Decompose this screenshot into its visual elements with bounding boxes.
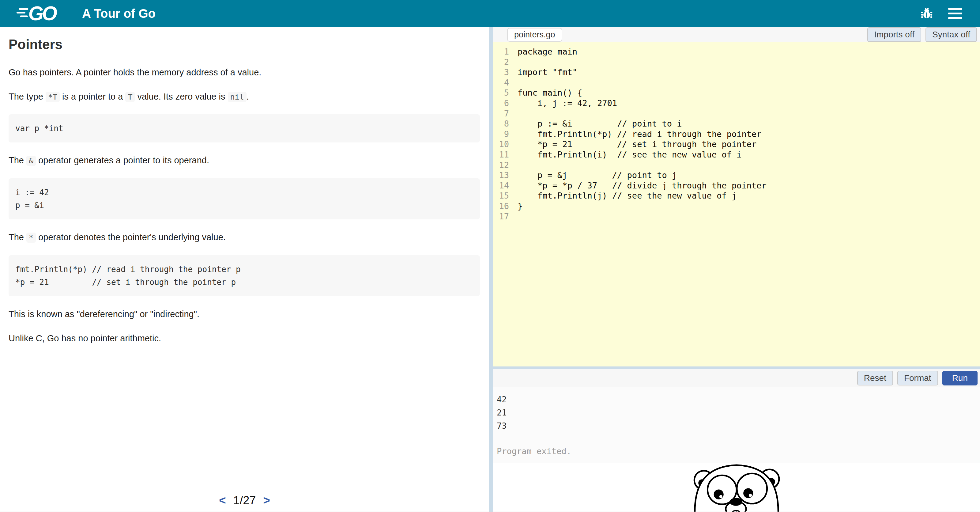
- text-fragment: is a pointer to a: [60, 92, 125, 101]
- text-fragment: operator denotes the pointer's underlyin…: [36, 232, 226, 242]
- code-snippet: var p *int: [9, 114, 480, 142]
- text-fragment: The: [9, 155, 26, 165]
- main-split: Pointers Go has pointers. A pointer hold…: [0, 27, 980, 512]
- stdout-text: 42 21 73: [497, 393, 980, 432]
- mascot-area: [493, 463, 980, 512]
- lesson-paragraph: Go has pointers. A pointer holds the mem…: [9, 66, 480, 79]
- viewport-bottom-border: [0, 511, 980, 511]
- top-bar-actions: [921, 7, 962, 20]
- program-status: Program exited.: [497, 447, 980, 456]
- inline-code: T: [125, 92, 135, 102]
- code-snippet: i := 42 p = &i: [9, 178, 480, 219]
- hamburger-menu-icon[interactable]: [948, 8, 962, 19]
- syntax-toggle-button[interactable]: Syntax off: [926, 27, 977, 42]
- text-fragment: operator generates a pointer to its oper…: [36, 155, 209, 165]
- lesson-pager: < 1/27 >: [0, 494, 489, 507]
- inline-code: nil: [228, 92, 247, 102]
- text-fragment: The: [9, 232, 26, 242]
- gopher-mascot-icon: [689, 463, 784, 512]
- text-fragment: The type: [9, 92, 46, 101]
- reset-button[interactable]: Reset: [857, 371, 893, 386]
- prev-page-button[interactable]: <: [219, 494, 226, 507]
- editor-output-divider: [493, 367, 980, 369]
- lesson-paragraph: The * operator denotes the pointer's und…: [9, 231, 480, 244]
- lesson-paragraph: The & operator generates a pointer to it…: [9, 154, 480, 167]
- imports-toggle-button[interactable]: Imports off: [867, 27, 921, 42]
- editor-toggles: Imports off Syntax off: [867, 27, 977, 42]
- lesson-paragraph: Unlike C, Go has no pointer arithmetic.: [9, 332, 480, 345]
- editor-code[interactable]: package main import "fmt" func main() { …: [513, 46, 980, 367]
- playground-panel: pointers.go Imports off Syntax off 1 2 3…: [493, 27, 980, 512]
- next-page-button[interactable]: >: [263, 494, 270, 507]
- go-logo-icon: GO: [16, 4, 68, 23]
- lesson-paragraph: The type *T is a pointer to a T value. I…: [9, 90, 480, 103]
- svg-text:GO: GO: [28, 4, 57, 23]
- code-snippet: fmt.Println(*p) // read i through the po…: [9, 255, 480, 296]
- text-fragment: .: [247, 92, 249, 101]
- panel-resize-divider[interactable]: [489, 27, 493, 512]
- page-title: Pointers: [9, 37, 480, 52]
- inline-code: &: [26, 156, 36, 166]
- bug-icon[interactable]: [921, 7, 933, 20]
- playground-controls: Reset Format Run: [493, 369, 980, 387]
- program-output: 42 21 73 Program exited.: [493, 387, 980, 463]
- editor-tab-row: pointers.go Imports off Syntax off: [493, 27, 980, 42]
- editor-gutter: 1 2 3 4 5 6 7 8 9 10 11 12 13 14 15 16 1…: [493, 46, 513, 367]
- lesson-paragraph: This is known as "dereferencing" or "ind…: [9, 308, 480, 321]
- text-fragment: value. Its zero value is: [135, 92, 228, 101]
- inline-code: *T: [46, 92, 60, 102]
- file-tab-pointers-go[interactable]: pointers.go: [507, 28, 562, 41]
- code-editor[interactable]: 1 2 3 4 5 6 7 8 9 10 11 12 13 14 15 16 1…: [493, 42, 980, 367]
- format-button[interactable]: Format: [897, 371, 938, 386]
- top-bar: GO A Tour of Go: [0, 0, 980, 27]
- run-button[interactable]: Run: [942, 371, 978, 386]
- page-indicator: 1/27: [233, 494, 256, 507]
- go-logo[interactable]: GO: [16, 4, 68, 23]
- app-title[interactable]: A Tour of Go: [82, 7, 156, 21]
- inline-code: *: [26, 233, 36, 242]
- lesson-panel: Pointers Go has pointers. A pointer hold…: [0, 27, 489, 512]
